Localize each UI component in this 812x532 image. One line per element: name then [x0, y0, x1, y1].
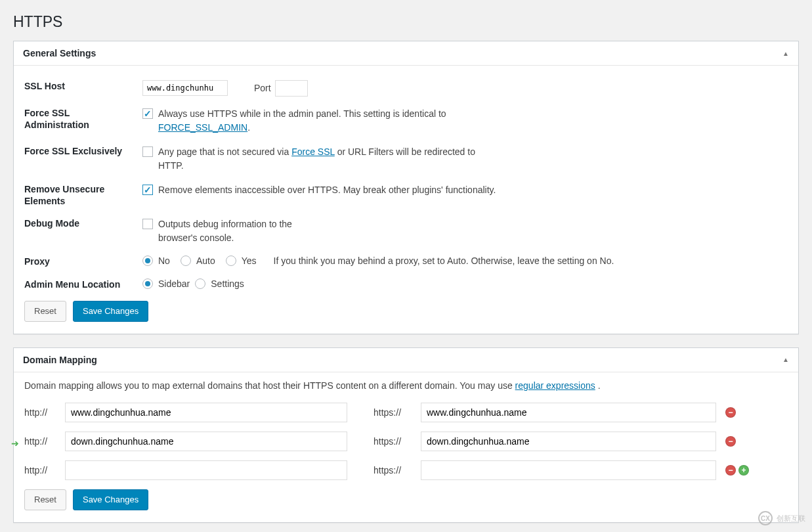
- arrow-marker-icon: ➔: [11, 438, 19, 449]
- force-ssl-admin-desc: Always use HTTPS while in the admin pane…: [158, 107, 500, 135]
- domain-mapping-heading: Domain Mapping: [23, 355, 97, 365]
- https-domain-input[interactable]: [421, 432, 716, 451]
- watermark-text: 创新互联: [777, 514, 805, 523]
- http-scheme-label: http://: [24, 436, 65, 447]
- port-input[interactable]: [275, 80, 308, 97]
- https-scheme-label: https://: [374, 465, 421, 476]
- general-settings-header[interactable]: General Settings ▲: [14, 41, 798, 66]
- force-ssl-exclusively-checkbox[interactable]: [142, 146, 153, 157]
- http-scheme-label: http://: [24, 407, 65, 418]
- force-ssl-exclusively-desc: Any page that is not secured via Force S…: [158, 145, 500, 173]
- remove-unsecure-checkbox[interactable]: [142, 185, 153, 195]
- remove-row-icon[interactable]: −: [725, 465, 736, 476]
- admin-menu-sidebar-radio[interactable]: [142, 278, 153, 289]
- domain-mapping-desc: Domain mapping allows you to map externa…: [24, 380, 788, 391]
- page-title: HTTPS: [13, 13, 799, 31]
- force-ssl-link[interactable]: Force SSL: [291, 146, 335, 157]
- remove-unsecure-desc: Remove elements inaccessible over HTTPS.…: [158, 183, 496, 197]
- general-save-button[interactable]: Save Changes: [73, 301, 148, 322]
- proxy-no-radio[interactable]: [142, 255, 153, 266]
- proxy-auto-label: Auto: [196, 255, 215, 266]
- http-domain-input[interactable]: [65, 432, 347, 451]
- dm-save-button[interactable]: Save Changes: [73, 489, 148, 510]
- remove-unsecure-label: Remove Unsecure Elements: [24, 183, 142, 207]
- https-scheme-label: https://: [374, 407, 421, 418]
- proxy-yes-radio[interactable]: [226, 255, 236, 266]
- watermark: CX 创新互联: [758, 511, 805, 525]
- general-reset-button[interactable]: Reset: [24, 301, 66, 322]
- https-scheme-label: https://: [374, 436, 421, 447]
- port-label: Port: [254, 80, 271, 93]
- add-row-icon[interactable]: +: [738, 465, 749, 476]
- domain-mapping-row: http://https://−: [24, 403, 788, 422]
- https-domain-input[interactable]: [421, 403, 716, 422]
- http-scheme-label: http://: [24, 465, 65, 476]
- ssl-host-label: SSL Host: [24, 80, 142, 92]
- admin-menu-sidebar-label: Sidebar: [158, 278, 190, 289]
- debug-mode-checkbox[interactable]: [142, 219, 153, 229]
- general-settings-panel: General Settings ▲ SSL Host Port Force S…: [13, 41, 799, 334]
- domain-mapping-row: http://https://−➔: [24, 432, 788, 451]
- force-ssl-admin-link[interactable]: FORCE_SSL_ADMIN: [158, 122, 247, 133]
- row-actions: −+: [725, 465, 749, 476]
- force-ssl-admin-label: Force SSL Administration: [24, 107, 142, 131]
- https-domain-input[interactable]: [421, 460, 716, 480]
- domain-mapping-panel: Domain Mapping ▲ Domain mapping allows y…: [13, 347, 799, 523]
- force-ssl-admin-checkbox[interactable]: [142, 108, 153, 119]
- row-actions: −: [725, 436, 736, 447]
- admin-menu-label: Admin Menu Location: [24, 278, 142, 290]
- domain-mapping-header[interactable]: Domain Mapping ▲: [14, 348, 798, 372]
- debug-mode-label: Debug Mode: [24, 217, 142, 229]
- proxy-label: Proxy: [24, 255, 142, 267]
- collapse-icon[interactable]: ▲: [782, 50, 789, 57]
- admin-menu-settings-label: Settings: [211, 278, 244, 289]
- ssl-host-input[interactable]: [142, 80, 228, 96]
- force-ssl-exclusively-label: Force SSL Exclusively: [24, 145, 142, 157]
- proxy-hint: If you think you may behind a proxy, set…: [274, 255, 614, 266]
- proxy-no-label: No: [158, 255, 170, 266]
- watermark-logo-icon: CX: [758, 511, 773, 525]
- general-settings-heading: General Settings: [23, 48, 96, 58]
- http-domain-input[interactable]: [65, 403, 347, 422]
- debug-mode-desc: Outputs debug information to the browser…: [158, 217, 329, 245]
- remove-row-icon[interactable]: −: [725, 407, 736, 418]
- admin-menu-settings-radio[interactable]: [195, 278, 205, 289]
- proxy-auto-radio[interactable]: [181, 255, 191, 266]
- proxy-yes-label: Yes: [242, 255, 257, 266]
- row-actions: −: [725, 407, 736, 418]
- dm-reset-button[interactable]: Reset: [24, 489, 66, 510]
- http-domain-input[interactable]: [65, 460, 347, 480]
- collapse-icon[interactable]: ▲: [782, 356, 789, 363]
- remove-row-icon[interactable]: −: [725, 436, 736, 447]
- regex-link[interactable]: regular expressions: [515, 380, 595, 391]
- domain-mapping-row: http://https://−+: [24, 460, 788, 480]
